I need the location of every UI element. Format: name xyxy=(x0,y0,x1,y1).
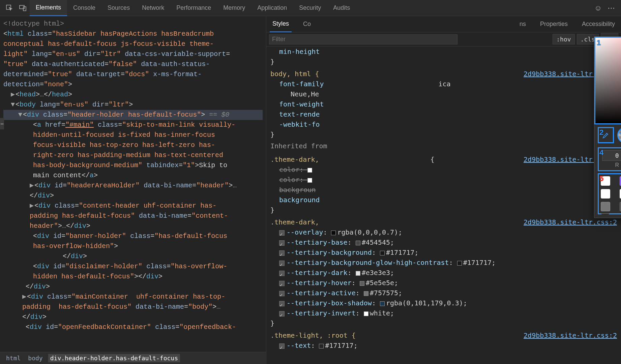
tab-application[interactable]: Application xyxy=(251,0,293,16)
tab-elements[interactable]: Elements xyxy=(30,0,67,16)
styles-filter-input[interactable] xyxy=(269,34,457,44)
css-property[interactable]: --tertiary-background: #171717; xyxy=(270,247,621,257)
inherited-from-label: Inherited from xyxy=(270,140,621,152)
crumb-body[interactable]: body xyxy=(26,354,45,362)
rgba-inputs: 4 R G B A xyxy=(598,147,621,171)
css-property[interactable]: --tertiary-base: #454545; xyxy=(270,237,621,247)
inspect-element-icon[interactable] xyxy=(3,1,16,15)
property-checkbox[interactable] xyxy=(279,250,285,256)
rtab-computed-obscured[interactable]: Co xyxy=(300,16,314,32)
rule-theme-dark-2[interactable]: .theme-dark, 2d9bb338.site-ltr.css:2 xyxy=(270,217,621,227)
rule-body-html[interactable]: body, html { 2d9bb338.site-ltr.css:2 xyxy=(270,69,621,79)
right-panel: Styles Co ns Properties Accessibility :h… xyxy=(266,16,621,364)
css-property[interactable]: color: xyxy=(270,175,621,185)
crumb-current[interactable]: div.header-holder.has-default-focus xyxy=(48,354,180,362)
css-property[interactable]: --tertiary-background-glow-high-contrast… xyxy=(270,257,621,268)
callout-5: 5 xyxy=(599,174,603,183)
property-checkbox[interactable] xyxy=(279,230,285,236)
feedback-container-node[interactable]: <div id="openFeedbackContainer" class="o… xyxy=(3,322,263,332)
callout-1: 1 xyxy=(597,38,601,47)
property-checkbox[interactable] xyxy=(279,291,285,296)
device-toggle-icon[interactable] xyxy=(16,1,30,15)
svg-rect-1 xyxy=(20,5,24,9)
banner-holder-node[interactable]: <div id="banner-holder" class="has-defau… xyxy=(3,231,263,251)
rule-theme-dark-1[interactable]: .theme-dark, { 2d9bb338.site-ltr.css:2 xyxy=(270,154,621,164)
header-area-node[interactable]: ▶<div id="headerAreaHolder" data-bi-name… xyxy=(3,181,263,201)
doctype-node[interactable]: <!doctype html> xyxy=(3,19,263,29)
more-menu-icon[interactable]: ⋯ xyxy=(605,1,618,15)
selected-dom-node[interactable]: ▼<div class="header-holder has-default-f… xyxy=(3,110,263,120)
css-property[interactable]: --tertiary-active: #757575; xyxy=(270,288,621,298)
styles-rules[interactable]: min-height } body, html { 2d9bb338.site-… xyxy=(266,47,621,364)
property-checkbox[interactable] xyxy=(279,261,285,266)
styles-toolbar: :hov .cls ＋◢ xyxy=(266,32,621,47)
palette-swatch[interactable] xyxy=(601,202,610,211)
tab-memory[interactable]: Memory xyxy=(217,0,251,16)
css-property[interactable]: text-rende xyxy=(270,109,621,119)
gutter-ellipsis-icon[interactable]: ⋯ xyxy=(0,118,4,129)
css-property[interactable]: min-height xyxy=(270,47,621,57)
property-checkbox[interactable] xyxy=(279,301,285,306)
color-picker-popover: 1 2 3 6 7 xyxy=(594,36,621,218)
callout-3: 3 xyxy=(620,127,621,136)
rtab-obscured-end[interactable]: ns xyxy=(517,16,529,32)
property-checkbox[interactable] xyxy=(279,311,285,316)
property-checkbox[interactable] xyxy=(279,271,285,276)
crumb-html[interactable]: html xyxy=(4,354,23,362)
saturation-value-area[interactable]: 1 xyxy=(594,37,621,124)
palette-swatch[interactable] xyxy=(601,189,610,199)
rtab-properties[interactable]: Properties xyxy=(537,16,570,32)
dom-breadcrumb: html body div.header-holder.has-default-… xyxy=(0,352,266,364)
header-holder-close[interactable]: </div> xyxy=(3,282,263,292)
palette-swatch[interactable] xyxy=(620,202,621,211)
tab-audits[interactable]: Audits xyxy=(327,0,356,16)
hov-toggle[interactable]: :hov xyxy=(553,34,574,44)
dom-tree[interactable]: <!doctype html> <html class="hasSidebar … xyxy=(0,16,266,352)
body-open-node[interactable]: ▼<body lang="en-us" dir="ltr"> xyxy=(3,100,263,110)
css-property[interactable]: font-weight xyxy=(270,99,621,109)
html-open-node[interactable]: <html class="hasSidebar hasPageActions h… xyxy=(3,29,263,90)
css-property[interactable]: font-familyica xyxy=(270,79,621,89)
css-property[interactable]: --tertiary-hover: #5e5e5e; xyxy=(270,278,621,288)
feedback-smile-icon[interactable]: ☺ xyxy=(591,1,605,15)
devtools-top-tabs: Elements Console Sources Network Perform… xyxy=(0,0,621,16)
tab-security[interactable]: Security xyxy=(293,0,327,16)
head-node[interactable]: ▶<head>…</head> xyxy=(3,90,263,100)
css-property[interactable]: -webkit-fo xyxy=(270,119,621,129)
elements-panel: <!doctype html> <html class="hasSidebar … xyxy=(0,16,266,364)
property-checkbox[interactable] xyxy=(279,240,285,246)
content-header-node[interactable]: ▶<div class="content-header uhf-containe… xyxy=(3,201,263,231)
rtab-accessibility[interactable]: Accessibility xyxy=(579,16,618,32)
tab-sources[interactable]: Sources xyxy=(101,0,136,16)
css-property[interactable]: --tertiary-dark: #e3e3e3; xyxy=(270,268,621,278)
main-container-node[interactable]: ▶<div class="mainContainer uhf-container… xyxy=(3,292,263,322)
disclaimer-node[interactable]: <div id="disclaimer-holder" class="has-o… xyxy=(3,262,263,282)
css-property[interactable]: --tertiary-box-shadow: rgba(0,101,179,0.… xyxy=(270,298,621,308)
palette-swatch[interactable] xyxy=(620,189,621,199)
css-property[interactable]: background xyxy=(270,195,621,205)
skip-link-node[interactable]: <a href="#main" class="skip-to-main-link… xyxy=(3,120,263,181)
rule-theme-light[interactable]: .theme-light, :root { 2d9bb338.site-ltr.… xyxy=(270,330,621,340)
rtab-styles[interactable]: Styles xyxy=(270,16,292,32)
css-property-cont[interactable]: Neue,He xyxy=(270,89,621,99)
banner-close-node[interactable]: </div> xyxy=(3,251,263,262)
eyedropper-button[interactable]: 2 xyxy=(598,127,614,143)
tab-performance[interactable]: Performance xyxy=(170,0,217,16)
tab-console[interactable]: Console xyxy=(67,0,101,16)
popover-tail-icon xyxy=(601,214,609,222)
property-checkbox[interactable] xyxy=(279,343,285,349)
css-property[interactable]: color: xyxy=(270,164,621,175)
right-tabs: Styles Co ns Properties Accessibility xyxy=(266,16,621,32)
color-sample-circle: 3 xyxy=(617,127,621,143)
css-property[interactable]: --tertiary-invert: white; xyxy=(270,308,621,318)
css-property[interactable]: --overlay: rgba(0,0,0,0.7); xyxy=(270,227,621,237)
rgba-r-input[interactable] xyxy=(602,150,621,161)
palette-swatch[interactable] xyxy=(620,176,621,186)
source-link[interactable]: 2d9bb338.site-ltr.css:2 xyxy=(524,330,617,340)
tab-network[interactable]: Network xyxy=(136,0,170,16)
palette-swatches: 5 xyxy=(598,173,621,214)
css-property[interactable]: backgroun xyxy=(270,185,621,195)
callout-4: 4 xyxy=(599,148,603,157)
property-checkbox[interactable] xyxy=(279,281,285,286)
css-property[interactable]: --text: #171717; xyxy=(270,340,621,351)
